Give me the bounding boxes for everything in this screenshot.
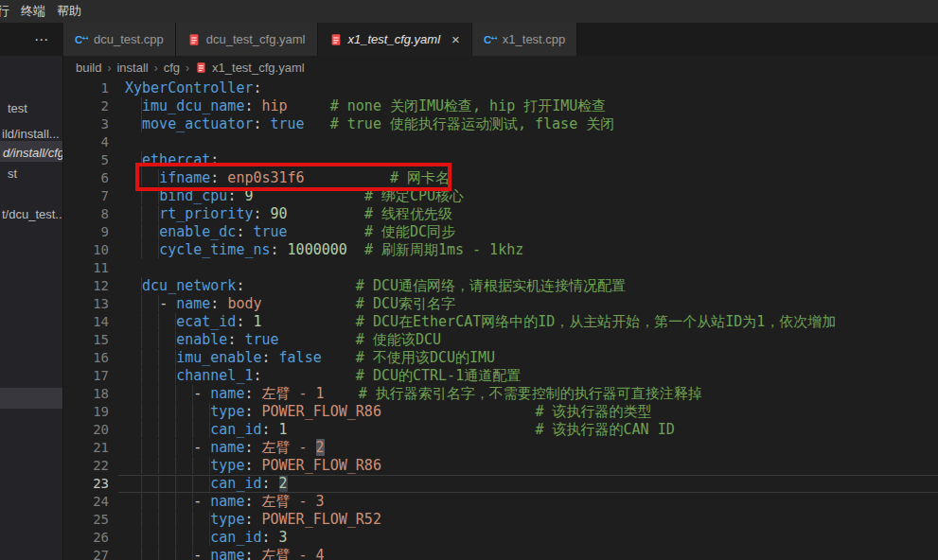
editor-code-area[interactable]: 1XyberController:2 imu_dcu_name: hip # n… xyxy=(63,79,938,560)
sidebar-highlight-row[interactable] xyxy=(0,388,63,409)
code-line[interactable]: 5 ethercat: xyxy=(63,151,938,169)
line-number: 18 xyxy=(63,385,109,403)
sidebar: test ild/install... d/install/cfg st t/d… xyxy=(0,56,63,560)
line-number: 7 xyxy=(63,187,109,205)
code-text: can_id: 1 # 该执行器的CAN ID xyxy=(125,421,675,439)
tab-dcu-test-cfg-yaml[interactable]: dcu_test_cfg.yaml xyxy=(176,23,318,56)
tab-x1-test-cfg-yaml-active[interactable]: x1_test_cfg.yaml × xyxy=(318,23,472,56)
code-text: XyberController: xyxy=(125,79,262,97)
line-number: 20 xyxy=(63,421,109,439)
tab-list: C ++ dcu_test.cpp dcu_test_cfg.yaml xyxy=(63,23,577,56)
code-text: bind_cpu: 9 # 绑定CPU核心 xyxy=(125,187,464,205)
code-line[interactable]: 6 ifname: enp0s31f6 # 网卡名 xyxy=(63,169,938,187)
code-text: type: POWER_FLOW_R86 xyxy=(125,457,381,475)
code-line[interactable]: 10 cycle_time_ns: 1000000 # 刷新周期1ms - 1k… xyxy=(63,241,938,259)
code-line[interactable]: 13 - name: body # DCU索引名字 xyxy=(63,295,938,313)
code-text: - name: 左臂 - 4 xyxy=(125,547,325,560)
sidebar-item[interactable]: ild/install... xyxy=(2,124,60,144)
code-text: move_actuator: true # true 使能执行器运动测试, fl… xyxy=(125,115,614,133)
line-number: 16 xyxy=(63,349,109,367)
code-text: - name: 左臂 - 2 xyxy=(125,439,325,457)
code-text: can_id: 3 xyxy=(125,529,288,547)
code-line[interactable]: 3 move_actuator: true # true 使能执行器运动测试, … xyxy=(63,115,938,133)
vscode-window: 行 终端 帮助 ⋯ C ++ dcu_test.cpp dcu_te xyxy=(0,0,938,560)
line-number: 26 xyxy=(63,529,109,547)
sidebar-item[interactable]: st xyxy=(8,164,17,184)
svg-text:++: ++ xyxy=(81,35,88,42)
tab-x1-test-cpp[interactable]: C ++ x1_test.cpp xyxy=(472,23,578,56)
code-line[interactable]: 20 can_id: 1 # 该执行器的CAN ID xyxy=(63,421,938,439)
menu-item-terminal[interactable]: 终端 xyxy=(15,3,51,20)
line-number: 1 xyxy=(63,79,109,97)
tab-label: x1_test.cpp xyxy=(503,32,566,46)
breadcrumb-item-build[interactable]: build xyxy=(76,61,101,75)
sidebar-item[interactable]: t/dcu_test... xyxy=(2,204,63,224)
close-icon[interactable]: × xyxy=(451,32,460,46)
breadcrumb-item-install[interactable]: install xyxy=(116,61,148,75)
editor-overflow-icon[interactable]: ⋯ xyxy=(34,23,49,56)
line-number: 15 xyxy=(63,331,109,349)
code-text: type: POWER_FLOW_R86 # 该执行器的类型 xyxy=(125,403,652,421)
code-text: type: POWER_FLOW_R52 xyxy=(125,511,381,529)
line-number: 24 xyxy=(63,493,109,511)
line-number: 6 xyxy=(63,169,109,187)
code-line[interactable]: 18 - name: 左臂 - 1 # 执行器索引名字，不需要控制的执行器可直接… xyxy=(63,385,938,403)
yaml-file-icon xyxy=(195,61,207,74)
line-number: 22 xyxy=(63,457,109,475)
code-line[interactable]: 12 dcu_network: # DCU通信网络，请根据实机连接情况配置 xyxy=(63,277,938,295)
breadcrumb-item-file[interactable]: x1_test_cfg.yaml xyxy=(212,61,305,75)
menu-item-run-partial[interactable]: 行 xyxy=(0,3,15,20)
code-line[interactable]: 1XyberController: xyxy=(63,79,938,97)
code-line[interactable]: 21 - name: 左臂 - 2 xyxy=(63,439,938,457)
yaml-file-icon xyxy=(187,33,201,46)
cpp-file-icon: C ++ xyxy=(75,33,88,46)
code-line[interactable]: 17 channel_1: # DCU的CTRL-1通道配置 xyxy=(63,367,938,385)
code-line[interactable]: 23 can_id: 2 xyxy=(63,475,938,493)
line-number: 8 xyxy=(63,205,109,223)
menu-item-help[interactable]: 帮助 xyxy=(51,3,87,20)
line-number: 4 xyxy=(63,133,109,151)
code-line[interactable]: 8 rt_priority: 90 # 线程优先级 xyxy=(63,205,938,223)
line-number: 23 xyxy=(63,475,109,493)
code-line[interactable]: 9 enable_dc: true # 使能DC同步 xyxy=(63,223,938,241)
line-number: 25 xyxy=(63,511,109,529)
code-line[interactable]: 15 enable: true # 使能该DCU xyxy=(63,331,938,349)
code-line[interactable]: 11 xyxy=(63,259,938,277)
code-line[interactable]: 24 - name: 左臂 - 3 xyxy=(63,493,938,511)
line-number: 27 xyxy=(63,547,109,560)
chevron-right-icon: › xyxy=(107,61,111,75)
breadcrumb-item-cfg[interactable]: cfg xyxy=(164,61,180,75)
code-text: channel_1: # DCU的CTRL-1通道配置 xyxy=(125,367,521,385)
tab-dcu-test-cpp[interactable]: C ++ dcu_test.cpp xyxy=(63,23,176,56)
chevron-right-icon: › xyxy=(186,61,189,75)
code-text: ecat_id: 1 # DCU在EtherCAT网络中的ID，从主站开始，第一… xyxy=(125,313,836,331)
tab-label: dcu_test_cfg.yaml xyxy=(206,32,306,46)
tab-label: dcu_test.cpp xyxy=(94,32,164,46)
code-line[interactable]: 27 - name: 左臂 - 4 xyxy=(63,547,938,560)
line-number: 5 xyxy=(63,151,109,169)
code-text: ethercat: xyxy=(125,151,219,169)
line-number: 10 xyxy=(63,241,109,259)
line-number: 11 xyxy=(63,259,109,277)
line-number: 3 xyxy=(63,115,109,133)
code-text: dcu_network: # DCU通信网络，请根据实机连接情况配置 xyxy=(125,277,626,295)
code-line[interactable]: 22 type: POWER_FLOW_R86 xyxy=(63,457,938,475)
tab-bar: ⋯ C ++ dcu_test.cpp dcu_test_cfg.yaml xyxy=(0,23,938,56)
sidebar-item[interactable]: test xyxy=(8,98,27,118)
tab-label: x1_test_cfg.yaml xyxy=(348,32,441,46)
svg-text:++: ++ xyxy=(490,35,497,42)
code-line[interactable]: 26 can_id: 3 xyxy=(63,529,938,547)
line-number: 13 xyxy=(63,295,109,313)
line-number: 17 xyxy=(63,367,109,385)
line-number: 12 xyxy=(63,277,109,295)
code-line[interactable]: 25 type: POWER_FLOW_R52 xyxy=(63,511,938,529)
code-line[interactable]: 7 bind_cpu: 9 # 绑定CPU核心 xyxy=(63,187,938,205)
code-text: rt_priority: 90 # 线程优先级 xyxy=(125,205,452,223)
code-line[interactable]: 2 imu_dcu_name: hip # none 关闭IMU检查, hip … xyxy=(63,97,938,115)
sidebar-item-selected[interactable]: d/install/cfg xyxy=(3,143,63,163)
code-line[interactable]: 14 ecat_id: 1 # DCU在EtherCAT网络中的ID，从主站开始… xyxy=(63,313,938,331)
code-line[interactable]: 19 type: POWER_FLOW_R86 # 该执行器的类型 xyxy=(63,403,938,421)
code-text: enable: true # 使能该DCU xyxy=(125,331,441,349)
code-line[interactable]: 4 xyxy=(63,133,938,151)
code-line[interactable]: 16 imu_enable: false # 不使用该DCU的IMU xyxy=(63,349,938,367)
